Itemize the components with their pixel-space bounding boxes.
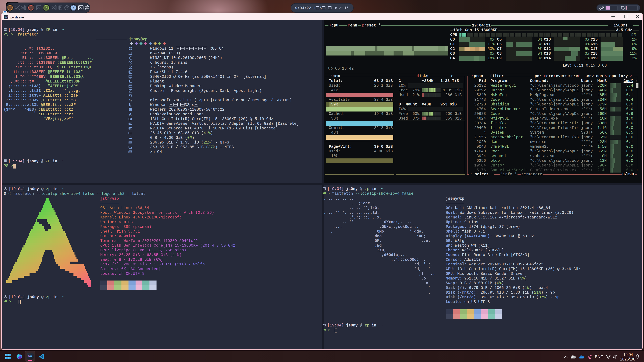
svg-text:4: 4 <box>73 7 74 9</box>
svg-text:A: A <box>129 151 130 153</box>
svg-text:A: A <box>129 112 132 116</box>
svg-text:A: A <box>130 100 132 102</box>
